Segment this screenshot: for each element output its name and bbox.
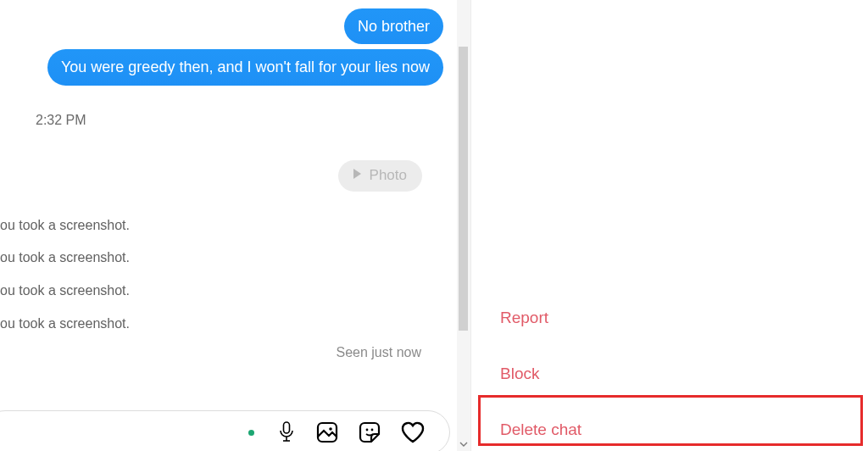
system-event-line: ou took a screenshot. [0,315,452,333]
message-text: You were greedy then, and I won't fall f… [61,58,430,75]
image-icon [315,420,339,444]
svg-rect-3 [318,423,337,442]
system-events: ou took a screenshot. ou took a screensh… [0,217,452,333]
play-icon [350,167,364,185]
scrollbar[interactable] [457,0,470,451]
timestamp-row: 2:32 PM [0,113,452,128]
delete-chat-label: Delete chat [500,420,581,438]
chat-pane: No brother You were greedy then, and I w… [0,0,470,451]
seen-label: Seen just now [336,345,421,359]
report-label: Report [500,309,548,326]
sticker-icon [358,420,381,444]
message-composer[interactable] [0,410,450,451]
svg-point-5 [366,429,369,432]
message-text: No brother [358,18,430,35]
system-event-line: ou took a screenshot. [0,217,452,235]
photo-attachment-chip[interactable]: Photo [338,160,422,192]
svg-point-6 [371,429,374,432]
delete-chat-action[interactable]: Delete chat [497,415,858,444]
scroll-down-arrow[interactable] [457,437,470,451]
chevron-down-icon [459,440,468,448]
system-event-line: ou took a screenshot. [0,249,452,267]
voice-record-button[interactable] [276,420,297,444]
message-row: You were greedy then, and I won't fall f… [0,49,452,85]
online-status-dot [248,430,254,436]
timestamp-label: 2:32 PM [36,113,86,127]
outgoing-message-bubble[interactable]: No brother [344,8,443,44]
conversation-actions: Report Block Delete chat [497,303,858,444]
block-label: Block [500,365,539,382]
svg-rect-0 [284,422,290,433]
svg-point-4 [329,427,332,431]
scrollbar-thumb[interactable] [459,47,468,331]
message-row: No brother [0,8,452,44]
sticker-button[interactable] [358,420,381,444]
photo-chip-label: Photo [370,167,407,184]
seen-row: Seen just now [0,345,452,360]
photo-chip-row: Photo [0,160,452,192]
report-action[interactable]: Report [497,303,858,332]
system-event-line: ou took a screenshot. [0,282,452,300]
heart-icon [400,420,426,444]
like-button[interactable] [400,420,426,444]
messages-area: No brother You were greedy then, and I w… [0,0,470,410]
details-pane: Report Block Delete chat [470,0,868,451]
block-action[interactable]: Block [497,359,858,388]
mic-icon [276,420,297,444]
outgoing-message-bubble[interactable]: You were greedy then, and I won't fall f… [47,49,443,85]
gallery-button[interactable] [315,420,339,444]
